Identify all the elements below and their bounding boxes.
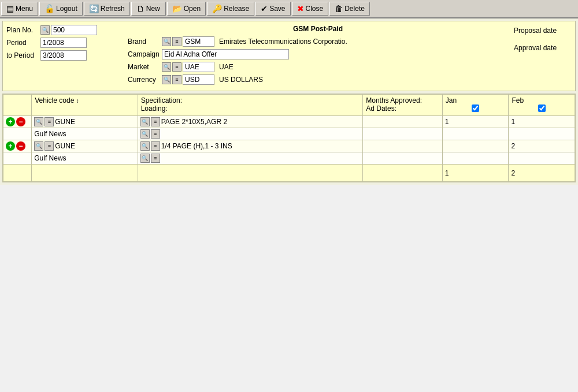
currency-input[interactable] xyxy=(183,74,214,85)
row2-feb: 2 xyxy=(509,140,575,152)
row2-jan xyxy=(442,140,509,152)
table-section: Vehicle code ↕ Specification: Loading: M… xyxy=(2,94,576,182)
row2-vehicle-list-icon[interactable]: ≡ xyxy=(45,141,54,151)
row2-add-button[interactable]: + xyxy=(6,141,15,151)
row1-spec: 🔍 ≡ PAGE 2*10X5,AGR 2 xyxy=(138,116,363,128)
row1-spec-search-icon[interactable]: 🔍 xyxy=(140,117,150,126)
menu-button[interactable]: ▤ Menu xyxy=(1,2,38,16)
table-header-row: Vehicle code ↕ Specification: Loading: M… xyxy=(3,95,575,116)
refresh-icon: 🔄 xyxy=(89,4,99,13)
period-input[interactable] xyxy=(40,38,87,48)
market-label: Market xyxy=(128,63,160,71)
brand-list-icon[interactable]: ≡ xyxy=(172,37,181,46)
brand-input[interactable] xyxy=(183,36,214,47)
subrow2-field: 🔍 ≡ xyxy=(138,152,363,165)
open-label: Open xyxy=(184,5,201,13)
logout-icon: 🔓 xyxy=(45,4,54,13)
currency-list-icon[interactable]: ≡ xyxy=(172,75,181,84)
brand-search-icon[interactable]: 🔍 xyxy=(162,37,171,46)
subrow1-empty xyxy=(3,128,32,140)
menu-icon: ▤ xyxy=(6,4,14,13)
row2-spec-value: 1/4 PAGE (H),1 - 3 INS xyxy=(161,142,232,150)
totals-empty3 xyxy=(138,165,363,182)
to-period-row: to Period xyxy=(6,50,122,61)
header-feb: Feb xyxy=(509,95,575,116)
feb-checkbox[interactable] xyxy=(538,104,546,112)
jan-header-label: Jan xyxy=(446,96,506,104)
new-button[interactable]: 🗋 New xyxy=(131,2,166,16)
row1-action-btns: + − xyxy=(6,117,29,126)
market-search-icon[interactable]: 🔍 xyxy=(162,62,171,72)
currency-search-icon[interactable]: 🔍 xyxy=(162,75,171,84)
row2-vehicle-code-value: GUNE xyxy=(55,142,75,150)
row1-add-button[interactable]: + xyxy=(6,117,15,126)
subrow2-feb xyxy=(509,152,575,165)
main-content: Plan No. 🔍 Period to Period GSM Post-Pai… xyxy=(0,18,578,185)
totals-empty4 xyxy=(363,165,443,182)
brand-desc: Emirates Telecommunications Corporatio. xyxy=(219,38,347,46)
row1-vehicle-code: 🔍 ≡ GUNE xyxy=(32,116,138,128)
market-list-icon[interactable]: ≡ xyxy=(172,62,181,72)
subrow2-label: Gulf News xyxy=(32,152,138,165)
vehicle-sort-icon[interactable]: ↕ xyxy=(76,98,79,104)
row2-spec-search-icon[interactable]: 🔍 xyxy=(140,141,150,151)
market-input[interactable] xyxy=(183,62,214,72)
to-period-input[interactable] xyxy=(40,50,87,61)
form-title: GSM Post-Paid xyxy=(128,25,508,33)
row2-vehicle-search-icon[interactable]: 🔍 xyxy=(34,141,43,151)
row1-actions: + − xyxy=(3,116,32,128)
gulf-news-label-1: Gulf News xyxy=(34,130,66,138)
close-button[interactable]: ✖ Close xyxy=(292,2,329,16)
row2-del-button[interactable]: − xyxy=(16,141,25,151)
row1-vehicle-code-value: GUNE xyxy=(55,118,75,126)
subrow2-list-icon[interactable]: ≡ xyxy=(151,154,160,163)
campaign-input[interactable] xyxy=(162,49,289,59)
row2-months xyxy=(363,140,443,152)
jan-checkbox-cell xyxy=(446,104,506,114)
delete-button[interactable]: 🗑 Delete xyxy=(329,2,370,16)
row1-del-button[interactable]: − xyxy=(16,117,25,126)
campaign-label: Campaign xyxy=(128,50,160,58)
refresh-label: Refresh xyxy=(101,5,125,13)
logout-button[interactable]: 🔓 Logout xyxy=(39,2,83,16)
row1-spec-list-icon[interactable]: ≡ xyxy=(151,117,160,126)
open-button[interactable]: 📂 Open xyxy=(167,2,206,16)
subrow1-label: Gulf News xyxy=(32,128,138,140)
subrow1-field-inner: 🔍 ≡ xyxy=(140,129,361,139)
table-row: + − 🔍 ≡ GUNE 🔍 ≡ xyxy=(3,140,575,152)
header-jan: Jan xyxy=(442,95,509,116)
row1-feb: 1 xyxy=(509,116,575,128)
plan-no-search-icon[interactable]: 🔍 xyxy=(40,25,50,35)
totals-jan: 1 xyxy=(442,165,509,182)
menu-label: Menu xyxy=(16,5,33,13)
proposal-date-label: Proposal date xyxy=(514,25,572,38)
currency-field: 🔍 ≡ xyxy=(162,74,214,85)
toolbar: ▤ Menu 🔓 Logout 🔄 Refresh 🗋 New 📂 Open 🔑… xyxy=(0,0,578,18)
new-icon: 🗋 xyxy=(136,4,144,13)
totals-feb: 2 xyxy=(509,165,575,182)
form-center: GSM Post-Paid Brand 🔍 ≡ Emirates Telecom… xyxy=(128,25,508,87)
form-right: Proposal date Approval date xyxy=(514,25,572,87)
row2-action-btns: + − xyxy=(6,141,29,151)
to-period-label: to Period xyxy=(6,51,38,59)
jan-checkbox[interactable] xyxy=(472,104,479,112)
row1-vehicle-search-icon[interactable]: 🔍 xyxy=(34,117,43,126)
plan-no-input[interactable] xyxy=(51,25,97,35)
totals-row: 1 2 xyxy=(3,165,575,182)
release-button[interactable]: 🔑 Release xyxy=(207,2,254,16)
refresh-button[interactable]: 🔄 Refresh xyxy=(84,2,130,16)
close-icon: ✖ xyxy=(297,4,304,13)
table-subrow: Gulf News 🔍 ≡ xyxy=(3,128,575,140)
header-specification: Specification: Loading: xyxy=(138,95,363,116)
currency-desc: US DOLLARS xyxy=(219,76,263,84)
save-label: Save xyxy=(269,5,285,13)
subrow1-search-icon[interactable]: 🔍 xyxy=(140,129,150,139)
row2-spec-list-icon[interactable]: ≡ xyxy=(151,141,160,151)
row1-vehicle-list-icon[interactable]: ≡ xyxy=(45,117,54,126)
totals-empty1 xyxy=(3,165,32,182)
subrow2-search-icon[interactable]: 🔍 xyxy=(140,154,150,163)
save-button[interactable]: ✔ Save xyxy=(255,2,290,16)
subrow1-list-icon[interactable]: ≡ xyxy=(151,129,160,139)
approval-date-label: Approval date xyxy=(514,42,572,55)
delete-icon: 🗑 xyxy=(335,4,343,13)
